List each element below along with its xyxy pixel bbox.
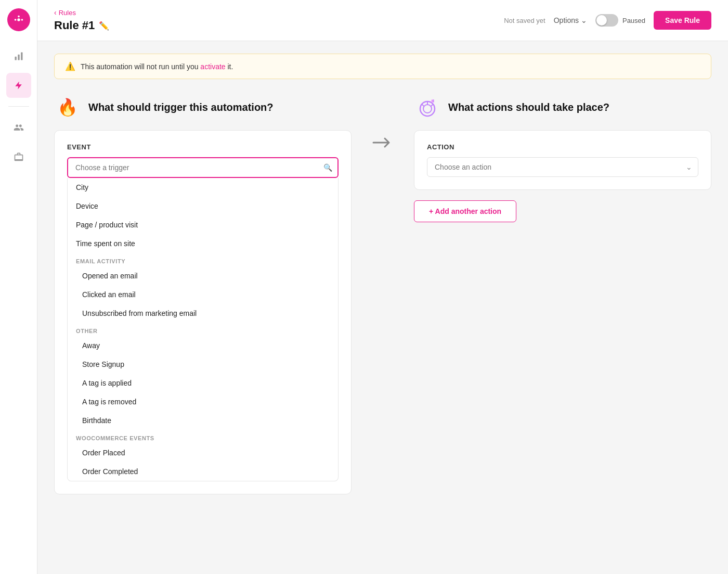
main-content: ‹ Rules Rule #1 ✏️ Not saved yet Options… (37, 0, 728, 574)
trigger-title: What should trigger this automation? (88, 101, 274, 113)
sidebar-item-analytics[interactable] (6, 44, 31, 69)
dropdown-item-tag-removed[interactable]: A tag is removed (68, 392, 338, 411)
banner-text: This automation will not run until you a… (81, 62, 233, 71)
sidebar-item-automations[interactable] (6, 73, 31, 98)
trigger-heading: 🔥 What should trigger this automation? (54, 94, 352, 121)
sidebar (0, 0, 37, 574)
dropdown-item-page-product-visit[interactable]: Page / product visit (68, 215, 338, 234)
sidebar-nav (0, 44, 37, 169)
back-link-label: Rules (59, 9, 76, 17)
options-chevron-icon: ⌄ (581, 16, 587, 24)
dropdown-group-other: Other (68, 323, 338, 336)
trigger-search-input[interactable] (67, 157, 339, 178)
action-label: Action (427, 143, 454, 151)
svg-rect-4 (15, 57, 16, 60)
action-heading: What actions should take place? (414, 94, 711, 121)
add-action-button[interactable]: + Add another action (414, 200, 516, 222)
svg-point-0 (17, 18, 20, 21)
dropdown-item-city[interactable]: City (68, 178, 338, 197)
trigger-dropdown-list: City Device Page / product visit Time sp… (67, 178, 339, 481)
banner-activate-link[interactable]: activate (200, 62, 225, 71)
action-select-input[interactable] (427, 157, 698, 177)
trigger-input-wrapper: 🔍 (67, 157, 339, 178)
sidebar-divider (8, 106, 29, 107)
search-icon: 🔍 (323, 163, 332, 172)
svg-rect-5 (18, 55, 19, 60)
header-right: Not saved yet Options ⌄ Paused Save Rule (504, 11, 711, 30)
svg-rect-1 (14, 19, 16, 21)
options-button[interactable]: Options ⌄ (554, 16, 587, 24)
action-column: What actions should take place? Action ⌄… (414, 94, 711, 222)
action-select-wrapper: ⌄ (427, 157, 698, 177)
toggle-label: Paused (622, 17, 645, 24)
toggle-wrapper: Paused (595, 14, 645, 27)
dropdown-item-tag-applied[interactable]: A tag is applied (68, 374, 338, 392)
two-column-layout: 🔥 What should trigger this automation? E… (54, 94, 711, 494)
banner-prefix: This automation will not run until you (81, 62, 198, 71)
svg-rect-2 (21, 19, 23, 21)
action-icon (414, 94, 441, 121)
dropdown-item-device[interactable]: Device (68, 197, 338, 215)
dropdown-item-birthdate[interactable]: Birthdate (68, 411, 338, 430)
activation-banner: ⚠️ This automation will not run until yo… (54, 54, 711, 79)
svg-rect-6 (21, 53, 22, 60)
event-label: Event (67, 143, 339, 151)
sidebar-item-contacts[interactable] (6, 115, 31, 140)
edit-icon[interactable]: ✏️ (99, 21, 109, 31)
dropdown-item-opened-email[interactable]: Opened an email (68, 266, 338, 285)
dropdown-item-away[interactable]: Away (68, 336, 338, 355)
dropdown-item-order-completed[interactable]: Order Completed (68, 462, 338, 481)
action-card: Action ⌄ (414, 130, 711, 190)
svg-point-8 (423, 105, 432, 113)
paused-toggle[interactable] (595, 14, 618, 27)
dropdown-item-store-signup[interactable]: Store Signup (68, 355, 338, 374)
sidebar-item-products[interactable] (6, 144, 31, 169)
page-title: Rule #1 ✏️ (54, 19, 109, 32)
arrow-connector (372, 94, 393, 150)
save-rule-button[interactable]: Save Rule (654, 11, 711, 30)
back-arrow-icon: ‹ (54, 8, 57, 17)
toggle-knob (596, 15, 607, 25)
options-label: Options (554, 16, 579, 24)
dropdown-group-woocommerce: WooCommerce Events (68, 430, 338, 443)
dropdown-item-clicked-email[interactable]: Clicked an email (68, 285, 338, 304)
action-title: What actions should take place? (448, 101, 609, 113)
warning-icon: ⚠️ (65, 61, 75, 71)
content-area: ⚠️ This automation will not run until yo… (37, 41, 728, 574)
dropdown-item-order-placed[interactable]: Order Placed (68, 443, 338, 462)
dropdown-item-unsubscribed[interactable]: Unsubscribed from marketing email (68, 304, 338, 323)
header: ‹ Rules Rule #1 ✏️ Not saved yet Options… (37, 0, 728, 41)
trigger-column: 🔥 What should trigger this automation? E… (54, 94, 352, 494)
dropdown-group-email-activity: Email Activity (68, 253, 338, 266)
banner-suffix: it. (227, 62, 233, 71)
header-left: ‹ Rules Rule #1 ✏️ (54, 8, 109, 32)
svg-rect-3 (18, 16, 20, 18)
sidebar-logo[interactable] (7, 8, 30, 31)
chevron-down-icon: ⌄ (686, 163, 692, 171)
page-title-text: Rule #1 (54, 19, 95, 32)
not-saved-text: Not saved yet (504, 17, 545, 24)
back-link[interactable]: ‹ Rules (54, 8, 109, 17)
dropdown-item-time-spent[interactable]: Time spent on site (68, 234, 338, 253)
trigger-icon: 🔥 (54, 94, 81, 121)
trigger-card: Event 🔍 City Device Page / product visit… (54, 130, 352, 494)
